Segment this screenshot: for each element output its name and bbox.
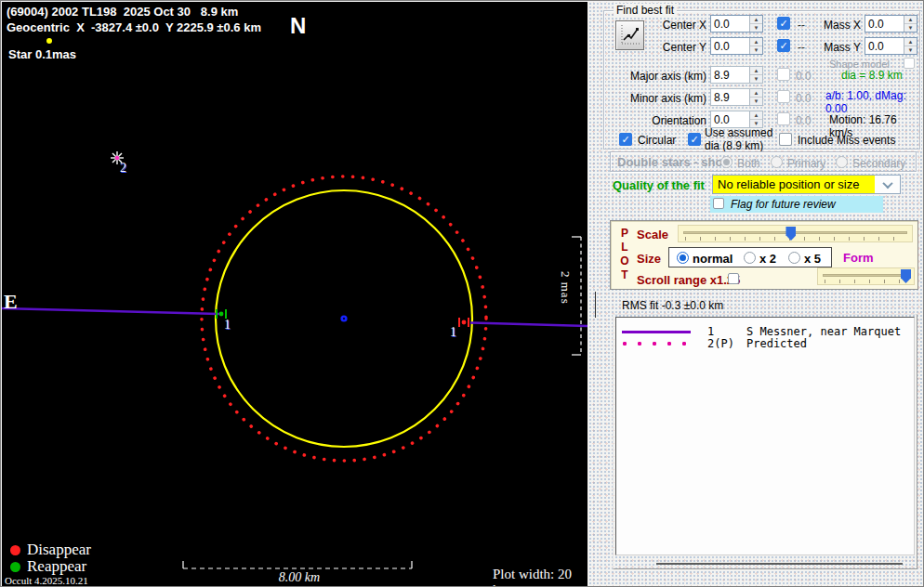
version-label: Occult 4.2025.10.21	[5, 575, 88, 586]
double-stars-secondary-label: Secondary	[852, 157, 905, 170]
minor-axis-aux: 0.0	[796, 92, 812, 105]
include-miss-checkbox[interactable]	[779, 133, 792, 146]
plot-title-line2: Geocentric X -3827.4 ±0.0 Y 2225.9 ±0.6 …	[7, 20, 261, 34]
double-stars-group: Double stars - show Both Primary Seconda…	[610, 151, 917, 172]
size-x2-radio[interactable]	[744, 252, 756, 264]
size-radio-group: normal x 2 x 5	[668, 247, 832, 267]
star-size-label: Star 0.1mas	[8, 47, 76, 61]
observation-1-name: S Messner, near Marquet	[746, 325, 901, 338]
rms-fit-label: RMS fit -0.3 ±0.0 km	[622, 299, 723, 312]
scale-label: Scale	[637, 228, 668, 241]
flag-review-strip: Flag for future review	[710, 196, 883, 213]
east-label: E	[4, 290, 18, 314]
observation-row-2[interactable]: 2(P) Predicted	[622, 337, 910, 350]
size-x2-label: x 2	[759, 252, 776, 266]
orientation-checkbox[interactable]	[777, 112, 790, 125]
mass-y-spinner[interactable]: 0.0 ▲▼	[865, 37, 917, 55]
plot-vertical-label: PLOT	[618, 227, 631, 282]
observation-row-1[interactable]: 1 S Messner, near Marquet	[622, 325, 910, 338]
mas-scale-bracket	[572, 237, 581, 355]
find-best-fit-group: Find best fit Center X 0.0 ▲▼ -- Mass X	[603, 10, 920, 150]
form-opacity-slider[interactable]	[817, 267, 915, 285]
center-x-checkbox[interactable]	[777, 17, 790, 30]
double-stars-both-label: Both	[737, 157, 760, 170]
shape-model-checkbox[interactable]	[904, 58, 915, 69]
disappear-legend-dot	[10, 545, 20, 555]
size-x5-radio[interactable]	[788, 252, 800, 264]
mass-y-label: Mass Y	[816, 41, 861, 54]
north-label: N	[290, 13, 306, 39]
plot-canvas[interactable]	[2, 2, 587, 586]
chord1-label-right: 1	[450, 325, 456, 340]
double-stars-secondary-radio[interactable]	[836, 156, 848, 168]
quality-label: Quality of the fit	[613, 178, 705, 192]
dia-note: dia = 8.9 km	[841, 69, 903, 82]
quality-combobox[interactable]: No reliable position or size	[712, 175, 901, 194]
minor-axis-spinner[interactable]: 8.9 ▲▼	[710, 88, 763, 106]
splitter-line	[595, 292, 596, 318]
flag-review-checkbox[interactable]	[713, 198, 724, 209]
minor-axis-label: Minor axis (km)	[614, 92, 706, 105]
major-axis-spin-arrows[interactable]: ▲▼	[749, 67, 762, 83]
use-assumed-label-line2: dia (8.9 km)	[705, 139, 763, 152]
bottom-track-line	[656, 563, 903, 565]
major-axis-checkbox[interactable]	[777, 68, 790, 81]
center-y-suffix: --	[798, 41, 805, 54]
observation-1-id: 1	[707, 325, 746, 338]
chevron-down-icon	[882, 177, 892, 188]
center-x-spin-arrows[interactable]: ▲▼	[749, 16, 762, 32]
quality-value: No reliable position or size	[713, 176, 875, 193]
occult-window: (69004) 2002 TL198 2025 Oct 30 8.9 km Ge…	[0, 0, 924, 587]
include-miss-label: Include Miss events	[798, 134, 895, 147]
major-axis-spinner[interactable]: 8.9 ▲▼	[710, 66, 763, 84]
best-fit-chart-button[interactable]	[615, 20, 644, 50]
minor-axis-spin-arrows[interactable]: ▲▼	[749, 89, 762, 105]
double-stars-primary-radio[interactable]	[771, 156, 783, 168]
site2-label: 2	[120, 161, 126, 176]
plot-controls-box: PLOT Scale Size normal x 2 x 5 Form opac…	[610, 220, 918, 290]
quality-dropdown-button[interactable]	[875, 176, 900, 193]
orientation-label: Orientation	[614, 114, 706, 127]
mass-x-spinner[interactable]: 0.0 ▲▼	[865, 15, 917, 33]
double-stars-both-radio[interactable]	[720, 156, 733, 168]
mass-x-spin-arrows[interactable]: ▲▼	[904, 16, 917, 32]
size-label: Size	[637, 252, 661, 266]
center-x-spinner[interactable]: 0.0 ▲▼	[710, 15, 763, 33]
reappear-legend-dot	[10, 562, 20, 572]
double-stars-primary-label: Primary	[787, 157, 825, 170]
flag-review-label: Flag for future review	[731, 198, 836, 211]
chord-line-west	[2, 308, 219, 314]
scroll-range-label: Scroll range x1.25	[637, 273, 740, 287]
major-axis-label: Major axis (km)	[614, 70, 706, 83]
solid-purple-line-swatch	[622, 331, 691, 333]
double-stars-title: Double stars - show	[617, 155, 733, 169]
scalebar-label: 8.00 km	[267, 570, 332, 585]
center-dot-core	[343, 318, 345, 320]
minor-axis-checkbox[interactable]	[777, 90, 790, 103]
size-x5-label: x 5	[804, 252, 821, 266]
circular-checkbox[interactable]	[619, 133, 632, 146]
plot-title-line1: (69004) 2002 TL198 2025 Oct 30 8.9 km	[7, 5, 238, 19]
mass-x-label: Mass X	[816, 19, 861, 32]
use-assumed-label-line1: Use assumed	[705, 126, 772, 139]
disappear-legend-label: Disappear	[27, 541, 91, 559]
occultation-plot[interactable]: (69004) 2002 TL198 2025 Oct 30 8.9 km Ge…	[2, 2, 587, 586]
center-y-spin-arrows[interactable]: ▲▼	[749, 38, 762, 54]
scroll-range-checkbox[interactable]	[728, 273, 739, 284]
center-y-spinner[interactable]: 0.0 ▲▼	[710, 37, 763, 55]
center-y-label: Center Y	[649, 41, 706, 54]
scale-slider[interactable]	[678, 225, 913, 242]
orientation-spin-arrows[interactable]: ▲▼	[749, 111, 762, 127]
control-panel: Find best fit Center X 0.0 ▲▼ -- Mass X	[588, 2, 924, 586]
plot-width-label: Plot width: 20 km	[493, 567, 587, 587]
use-assumed-checkbox[interactable]	[688, 133, 701, 146]
circular-label: Circular	[638, 134, 676, 147]
center-y-checkbox[interactable]	[777, 39, 790, 52]
reappear-legend-label: Reappear	[27, 557, 86, 576]
find-best-fit-title: Find best fit	[614, 4, 677, 17]
mass-y-spin-arrows[interactable]: ▲▼	[904, 38, 917, 54]
observations-listbox[interactable]: 1 S Messner, near Marquet 2(P) Predicted	[615, 317, 915, 555]
size-normal-radio[interactable]	[677, 252, 689, 264]
mas-scale-label: 2 mas	[558, 271, 573, 305]
chord-line-east	[470, 323, 587, 327]
